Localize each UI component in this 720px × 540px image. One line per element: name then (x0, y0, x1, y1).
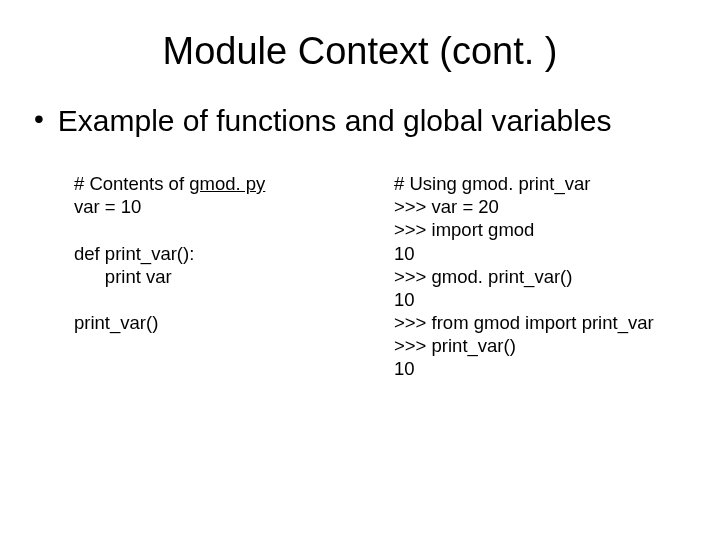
code-columns: # Contents of gmod. py var = 10 def prin… (74, 149, 680, 403)
code-line: >>> import gmod (394, 219, 534, 240)
code-column-right: # Using gmod. print_var >>> var = 20 >>>… (394, 149, 680, 403)
code-line: def print_var(): (74, 243, 194, 264)
code-line: >>> var = 20 (394, 196, 499, 217)
code-line: >>> print_var() (394, 335, 516, 356)
code-line: var = 10 (74, 196, 141, 217)
slide-title: Module Context (cont. ) (40, 30, 680, 73)
code-line: # Contents of (74, 173, 189, 194)
bullet-text: Example of functions and global variable… (58, 103, 612, 139)
code-line: # Using gmod. print_var (394, 173, 590, 194)
code-line: 10 (394, 358, 415, 379)
slide: Module Context (cont. ) • Example of fun… (0, 0, 720, 540)
code-line: 10 (394, 243, 415, 264)
bullet-item: • Example of functions and global variab… (34, 103, 680, 139)
bullet-dot-icon: • (34, 103, 44, 135)
code-line: 10 (394, 289, 415, 310)
code-line: >>> gmod. print_var() (394, 266, 572, 287)
code-column-left: # Contents of gmod. py var = 10 def prin… (74, 149, 394, 403)
code-line: print_var() (74, 312, 158, 333)
code-filename: gmod. py (189, 173, 265, 194)
code-line: print var (74, 266, 172, 287)
code-line: >>> from gmod import print_var (394, 312, 654, 333)
